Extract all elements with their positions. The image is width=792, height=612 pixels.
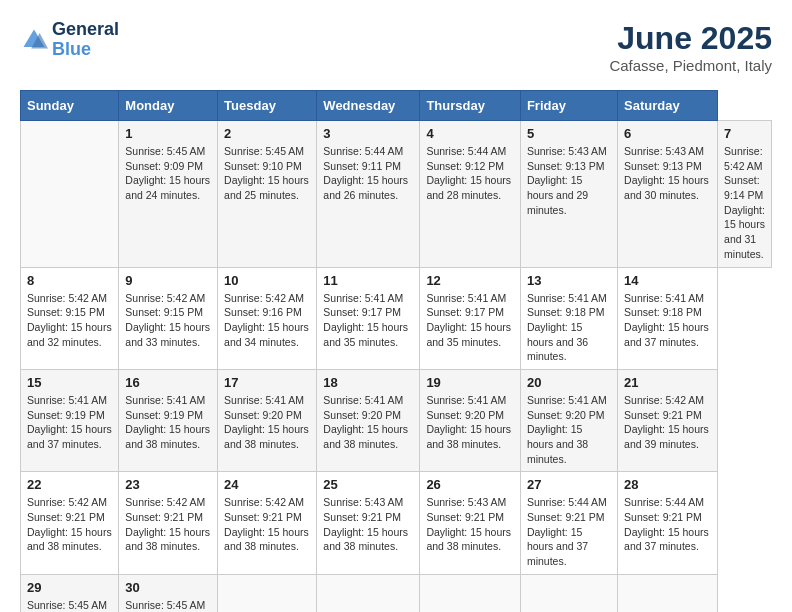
calendar-cell: 5Sunrise: 5:43 AMSunset: 9:13 PMDaylight…	[520, 121, 617, 268]
day-info: Sunrise: 5:41 AMSunset: 9:18 PMDaylight:…	[624, 291, 711, 350]
column-header-sunday: Sunday	[21, 91, 119, 121]
calendar-week-1: 1Sunrise: 5:45 AMSunset: 9:09 PMDaylight…	[21, 121, 772, 268]
calendar-body: 1Sunrise: 5:45 AMSunset: 9:09 PMDaylight…	[21, 121, 772, 613]
day-number: 20	[527, 375, 611, 390]
calendar-cell	[218, 574, 317, 612]
day-number: 29	[27, 580, 112, 595]
calendar-cell: 13Sunrise: 5:41 AMSunset: 9:18 PMDayligh…	[520, 267, 617, 369]
calendar-cell: 12Sunrise: 5:41 AMSunset: 9:17 PMDayligh…	[420, 267, 521, 369]
day-info: Sunrise: 5:41 AMSunset: 9:17 PMDaylight:…	[426, 291, 514, 350]
day-info: Sunrise: 5:45 AMSunset: 9:10 PMDaylight:…	[224, 144, 310, 203]
subtitle: Cafasse, Piedmont, Italy	[609, 57, 772, 74]
day-number: 26	[426, 477, 514, 492]
calendar-cell: 15Sunrise: 5:41 AMSunset: 9:19 PMDayligh…	[21, 369, 119, 471]
calendar-cell: 10Sunrise: 5:42 AMSunset: 9:16 PMDayligh…	[218, 267, 317, 369]
calendar-cell: 27Sunrise: 5:44 AMSunset: 9:21 PMDayligh…	[520, 472, 617, 574]
day-info: Sunrise: 5:41 AMSunset: 9:20 PMDaylight:…	[527, 393, 611, 466]
calendar-cell: 4Sunrise: 5:44 AMSunset: 9:12 PMDaylight…	[420, 121, 521, 268]
calendar-cell: 29Sunrise: 5:45 AMSunset: 9:21 PMDayligh…	[21, 574, 119, 612]
day-number: 18	[323, 375, 413, 390]
day-info: Sunrise: 5:43 AMSunset: 9:21 PMDaylight:…	[323, 495, 413, 554]
day-number: 10	[224, 273, 310, 288]
calendar-cell	[420, 574, 521, 612]
calendar-cell: 24Sunrise: 5:42 AMSunset: 9:21 PMDayligh…	[218, 472, 317, 574]
calendar-cell	[520, 574, 617, 612]
title-block: June 2025 Cafasse, Piedmont, Italy	[609, 20, 772, 74]
calendar-cell: 19Sunrise: 5:41 AMSunset: 9:20 PMDayligh…	[420, 369, 521, 471]
day-info: Sunrise: 5:45 AMSunset: 9:21 PMDaylight:…	[27, 598, 112, 612]
calendar-cell: 1Sunrise: 5:45 AMSunset: 9:09 PMDaylight…	[119, 121, 218, 268]
calendar-cell: 14Sunrise: 5:41 AMSunset: 9:18 PMDayligh…	[618, 267, 718, 369]
calendar-header-row: SundayMondayTuesdayWednesdayThursdayFrid…	[21, 91, 772, 121]
day-number: 30	[125, 580, 211, 595]
calendar-cell	[618, 574, 718, 612]
day-number: 9	[125, 273, 211, 288]
column-header-monday: Monday	[119, 91, 218, 121]
day-number: 2	[224, 126, 310, 141]
day-number: 8	[27, 273, 112, 288]
day-info: Sunrise: 5:41 AMSunset: 9:17 PMDaylight:…	[323, 291, 413, 350]
calendar-week-3: 15Sunrise: 5:41 AMSunset: 9:19 PMDayligh…	[21, 369, 772, 471]
day-info: Sunrise: 5:44 AMSunset: 9:11 PMDaylight:…	[323, 144, 413, 203]
day-info: Sunrise: 5:43 AMSunset: 9:13 PMDaylight:…	[624, 144, 711, 203]
day-info: Sunrise: 5:41 AMSunset: 9:20 PMDaylight:…	[323, 393, 413, 452]
day-number: 13	[527, 273, 611, 288]
day-info: Sunrise: 5:42 AMSunset: 9:21 PMDaylight:…	[125, 495, 211, 554]
logo-icon	[20, 26, 48, 54]
calendar-week-4: 22Sunrise: 5:42 AMSunset: 9:21 PMDayligh…	[21, 472, 772, 574]
day-number: 27	[527, 477, 611, 492]
day-info: Sunrise: 5:42 AMSunset: 9:21 PMDaylight:…	[27, 495, 112, 554]
calendar-cell: 25Sunrise: 5:43 AMSunset: 9:21 PMDayligh…	[317, 472, 420, 574]
calendar-cell: 26Sunrise: 5:43 AMSunset: 9:21 PMDayligh…	[420, 472, 521, 574]
calendar-table: SundayMondayTuesdayWednesdayThursdayFrid…	[20, 90, 772, 612]
calendar-cell: 20Sunrise: 5:41 AMSunset: 9:20 PMDayligh…	[520, 369, 617, 471]
day-number: 15	[27, 375, 112, 390]
day-info: Sunrise: 5:42 AMSunset: 9:21 PMDaylight:…	[624, 393, 711, 452]
day-number: 16	[125, 375, 211, 390]
calendar-week-5: 29Sunrise: 5:45 AMSunset: 9:21 PMDayligh…	[21, 574, 772, 612]
day-number: 3	[323, 126, 413, 141]
calendar-cell: 7Sunrise: 5:42 AMSunset: 9:14 PMDaylight…	[718, 121, 772, 268]
column-header-friday: Friday	[520, 91, 617, 121]
day-info: Sunrise: 5:43 AMSunset: 9:21 PMDaylight:…	[426, 495, 514, 554]
day-number: 12	[426, 273, 514, 288]
calendar-cell: 8Sunrise: 5:42 AMSunset: 9:15 PMDaylight…	[21, 267, 119, 369]
day-number: 5	[527, 126, 611, 141]
main-title: June 2025	[609, 20, 772, 57]
day-info: Sunrise: 5:44 AMSunset: 9:21 PMDaylight:…	[527, 495, 611, 568]
calendar-cell: 30Sunrise: 5:45 AMSunset: 9:21 PMDayligh…	[119, 574, 218, 612]
day-info: Sunrise: 5:45 AMSunset: 9:09 PMDaylight:…	[125, 144, 211, 203]
day-number: 23	[125, 477, 211, 492]
day-info: Sunrise: 5:43 AMSunset: 9:13 PMDaylight:…	[527, 144, 611, 217]
day-number: 17	[224, 375, 310, 390]
day-info: Sunrise: 5:41 AMSunset: 9:20 PMDaylight:…	[426, 393, 514, 452]
calendar-cell: 22Sunrise: 5:42 AMSunset: 9:21 PMDayligh…	[21, 472, 119, 574]
calendar-cell	[317, 574, 420, 612]
calendar-cell: 21Sunrise: 5:42 AMSunset: 9:21 PMDayligh…	[618, 369, 718, 471]
column-header-wednesday: Wednesday	[317, 91, 420, 121]
calendar-cell: 18Sunrise: 5:41 AMSunset: 9:20 PMDayligh…	[317, 369, 420, 471]
day-info: Sunrise: 5:41 AMSunset: 9:19 PMDaylight:…	[125, 393, 211, 452]
day-info: Sunrise: 5:42 AMSunset: 9:14 PMDaylight:…	[724, 144, 765, 262]
day-number: 21	[624, 375, 711, 390]
logo: General Blue	[20, 20, 119, 60]
calendar-cell	[21, 121, 119, 268]
calendar-cell: 9Sunrise: 5:42 AMSunset: 9:15 PMDaylight…	[119, 267, 218, 369]
day-number: 25	[323, 477, 413, 492]
day-info: Sunrise: 5:45 AMSunset: 9:21 PMDaylight:…	[125, 598, 211, 612]
day-number: 7	[724, 126, 765, 141]
day-info: Sunrise: 5:44 AMSunset: 9:12 PMDaylight:…	[426, 144, 514, 203]
column-header-thursday: Thursday	[420, 91, 521, 121]
day-info: Sunrise: 5:41 AMSunset: 9:19 PMDaylight:…	[27, 393, 112, 452]
day-info: Sunrise: 5:41 AMSunset: 9:20 PMDaylight:…	[224, 393, 310, 452]
day-info: Sunrise: 5:42 AMSunset: 9:15 PMDaylight:…	[125, 291, 211, 350]
day-number: 22	[27, 477, 112, 492]
day-number: 6	[624, 126, 711, 141]
day-info: Sunrise: 5:42 AMSunset: 9:15 PMDaylight:…	[27, 291, 112, 350]
day-number: 28	[624, 477, 711, 492]
day-info: Sunrise: 5:44 AMSunset: 9:21 PMDaylight:…	[624, 495, 711, 554]
calendar-week-2: 8Sunrise: 5:42 AMSunset: 9:15 PMDaylight…	[21, 267, 772, 369]
day-info: Sunrise: 5:41 AMSunset: 9:18 PMDaylight:…	[527, 291, 611, 364]
day-number: 24	[224, 477, 310, 492]
calendar-cell: 3Sunrise: 5:44 AMSunset: 9:11 PMDaylight…	[317, 121, 420, 268]
